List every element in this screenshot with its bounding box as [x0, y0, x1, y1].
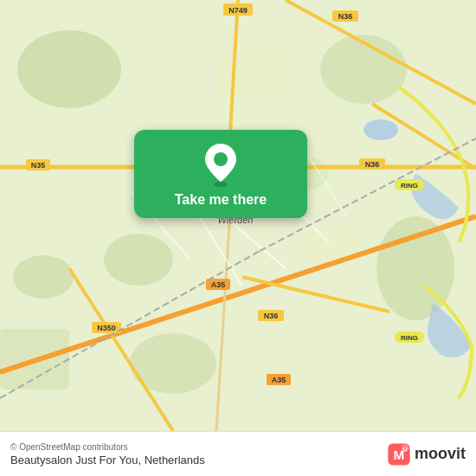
svg-point-1 [17, 30, 121, 108]
svg-text:N36: N36 [264, 312, 279, 320]
svg-text:A35: A35 [272, 376, 286, 384]
take-me-there-button[interactable]: Take me there [134, 130, 307, 218]
svg-text:N350: N350 [97, 324, 116, 332]
map-svg: N749 N36 N35 N35 N36 RING RING A35 N350 … [0, 0, 476, 476]
moovit-brand-icon: M [387, 442, 411, 466]
svg-point-9 [363, 119, 398, 140]
svg-point-4 [13, 255, 74, 299]
svg-text:N749: N749 [228, 6, 248, 15]
svg-text:N36: N36 [338, 12, 353, 21]
svg-text:N35: N35 [31, 161, 46, 170]
svg-point-6 [376, 216, 454, 320]
svg-point-56 [404, 447, 406, 449]
location-pin-icon [200, 144, 241, 185]
svg-point-2 [104, 234, 173, 286]
svg-text:RING: RING [401, 334, 418, 342]
map-container: N749 N36 N35 N35 N36 RING RING A35 N350 … [0, 0, 476, 476]
svg-rect-10 [216, 52, 286, 95]
info-left: © OpenStreetMap contributors Beautysalon… [10, 442, 205, 466]
location-title: Beautysalon Just For You, Netherlands [10, 453, 205, 466]
svg-point-52 [214, 152, 228, 166]
take-me-there-label: Take me there [175, 192, 267, 208]
svg-point-51 [214, 182, 228, 187]
moovit-logo: M moovit [387, 442, 466, 466]
svg-point-3 [320, 35, 407, 104]
info-bar: © OpenStreetMap contributors Beautysalon… [0, 431, 476, 476]
moovit-text: moovit [415, 445, 466, 463]
copyright-text: © OpenStreetMap contributors [10, 442, 205, 452]
svg-text:N36: N36 [365, 160, 380, 169]
svg-text:A35: A35 [211, 280, 226, 289]
svg-text:RING: RING [401, 182, 418, 190]
